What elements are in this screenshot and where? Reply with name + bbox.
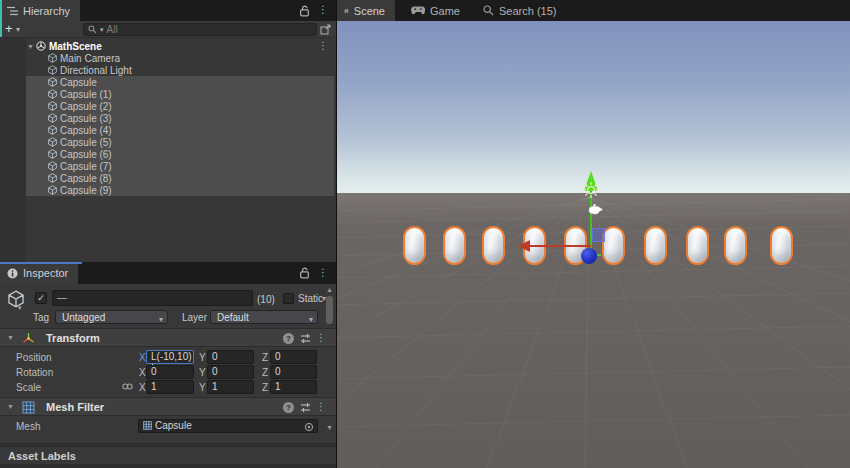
gizmo-xy-plane-handle[interactable]: [592, 228, 605, 242]
layer-label: Layer: [182, 312, 207, 323]
scene-icon: [36, 41, 46, 51]
position-y-value: 0: [212, 351, 218, 362]
position-y-field[interactable]: 0: [207, 350, 254, 364]
scene-menu-icon[interactable]: ⋮: [318, 41, 328, 51]
position-z-value: 0: [275, 351, 281, 362]
rotation-z-field[interactable]: 0: [270, 365, 317, 379]
tab-search-label: Search (15): [499, 5, 556, 17]
rotation-y-field[interactable]: 0: [207, 365, 254, 379]
transform-header[interactable]: ▼ Transform ? ⋮: [0, 328, 336, 347]
scroll-up-icon[interactable]: ▲: [326, 286, 333, 293]
hierarchy-item[interactable]: Capsule (8): [26, 172, 334, 184]
gizmo-z-handle[interactable]: [581, 248, 597, 264]
tab-inspector[interactable]: Inspector: [0, 262, 78, 284]
gizmo-x-arrowhead[interactable]: [518, 240, 530, 252]
hierarchy-item[interactable]: Capsule (9): [26, 184, 334, 196]
capsule-object[interactable]: [443, 226, 466, 265]
hierarchy-item[interactable]: Capsule (3): [26, 112, 334, 124]
scrollbar-thumb[interactable]: [326, 296, 333, 324]
capsule-object[interactable]: [770, 226, 793, 265]
mesh-object-field[interactable]: Capsule: [138, 419, 318, 433]
tab-game[interactable]: Game: [403, 0, 468, 21]
hierarchy-item-label: Capsule (8): [60, 173, 112, 184]
rotation-z-value: 0: [275, 366, 281, 377]
axis-x-label: X: [139, 367, 146, 378]
active-checkbox[interactable]: ✓: [35, 292, 47, 304]
tab-hierarchy[interactable]: Hierarchy: [0, 0, 80, 21]
capsule-object[interactable]: [724, 226, 747, 265]
layer-dropdown[interactable]: Default▾: [210, 310, 318, 324]
inspector-scrollbar[interactable]: ▲ ▼: [325, 286, 335, 438]
link-scale-icon[interactable]: [122, 382, 133, 391]
directional-light-gizmo-icon[interactable]: [579, 178, 603, 202]
add-object-dropdown-icon[interactable]: ▾: [16, 25, 20, 34]
hierarchy-item-label: Main Camera: [60, 53, 120, 64]
hierarchy-item[interactable]: Capsule (7): [26, 160, 334, 172]
scene-viewport[interactable]: [337, 21, 850, 468]
gameobject-icon-dropdown[interactable]: ▾: [18, 304, 22, 312]
position-x-value: L(-10,10): [151, 351, 192, 362]
gameobject-name-field[interactable]: —: [52, 290, 253, 306]
hierarchy-item-label: Capsule (3): [60, 113, 112, 124]
scale-x-field[interactable]: 1: [146, 380, 194, 394]
help-icon[interactable]: ?: [283, 402, 294, 413]
tab-scene[interactable]: Scene: [337, 0, 395, 21]
hierarchy-item[interactable]: Main Camera: [26, 52, 334, 64]
hierarchy-item[interactable]: Capsule (4): [26, 124, 334, 136]
hierarchy-root-row[interactable]: ▼ MathScene ⋮: [26, 40, 334, 52]
tab-scene-label: Scene: [354, 5, 385, 17]
mesh-filter-icon: [22, 401, 35, 414]
hierarchy-item[interactable]: Capsule (1): [26, 88, 334, 100]
expand-icon[interactable]: ▼: [7, 334, 14, 341]
help-icon[interactable]: ?: [283, 333, 294, 344]
mesh-filter-header[interactable]: ▼ Mesh Filter ? ⋮: [0, 397, 336, 416]
cube-icon: [48, 173, 57, 183]
position-x-field[interactable]: L(-10,10): [146, 350, 194, 364]
hierarchy-item[interactable]: Capsule (2): [26, 100, 334, 112]
hierarchy-search-input[interactable]: ▾ All: [83, 23, 317, 36]
tag-label: Tag: [33, 312, 49, 323]
tab-inspector-label: Inspector: [23, 267, 68, 279]
inspector-tabbar: Inspector ⋮: [0, 262, 336, 284]
add-object-button[interactable]: +: [5, 22, 13, 36]
capsule-object[interactable]: [403, 226, 426, 265]
scroll-down-icon[interactable]: ▼: [326, 424, 333, 431]
hierarchy-gutter: [0, 38, 26, 262]
cube-icon: [48, 101, 57, 111]
rotation-x-field[interactable]: 0: [146, 365, 194, 379]
tag-dropdown[interactable]: Untagged▾: [55, 310, 168, 324]
gameobject-cube-icon[interactable]: [7, 290, 25, 308]
gizmo-x-axis[interactable]: [528, 245, 591, 247]
cube-icon: [48, 65, 57, 75]
tab-search[interactable]: Search (15): [475, 0, 564, 21]
hierarchy-item[interactable]: Capsule: [26, 76, 334, 88]
scale-y-field[interactable]: 1: [207, 380, 254, 394]
hierarchy-item[interactable]: Directional Light: [26, 64, 334, 76]
position-z-field[interactable]: 0: [270, 350, 317, 364]
hierarchy-item-label: Capsule: [60, 77, 97, 88]
scale-z-field[interactable]: 1: [270, 380, 317, 394]
inspector-menu-icon[interactable]: ⋮: [318, 268, 328, 278]
capsule-object[interactable]: [644, 226, 667, 265]
lock-icon[interactable]: [299, 5, 310, 17]
static-checkbox[interactable]: [283, 293, 294, 304]
hierarchy-item[interactable]: Capsule (6): [26, 148, 334, 160]
hierarchy-menu-icon[interactable]: ⋮: [318, 5, 328, 15]
scale-label: Scale: [16, 382, 41, 393]
expand-icon[interactable]: ▼: [27, 43, 34, 50]
selection-count: (10): [257, 294, 275, 305]
capsule-object[interactable]: [482, 226, 505, 265]
presets-icon[interactable]: [300, 333, 311, 344]
presets-icon[interactable]: [300, 402, 311, 413]
expand-icon[interactable]: ▼: [7, 403, 14, 410]
search-filter-dropdown-icon[interactable]: ▾: [100, 26, 104, 34]
picker-window-icon[interactable]: [320, 24, 331, 35]
hierarchy-item-label: Capsule (9): [60, 185, 112, 196]
cube-icon: [48, 125, 57, 135]
object-picker-icon[interactable]: [304, 422, 314, 432]
hierarchy-item[interactable]: Capsule (5): [26, 136, 334, 148]
capsule-object[interactable]: [686, 226, 709, 265]
lock-icon[interactable]: [299, 267, 310, 279]
transform-title: Transform: [46, 332, 100, 344]
capsule-object[interactable]: [602, 226, 625, 265]
